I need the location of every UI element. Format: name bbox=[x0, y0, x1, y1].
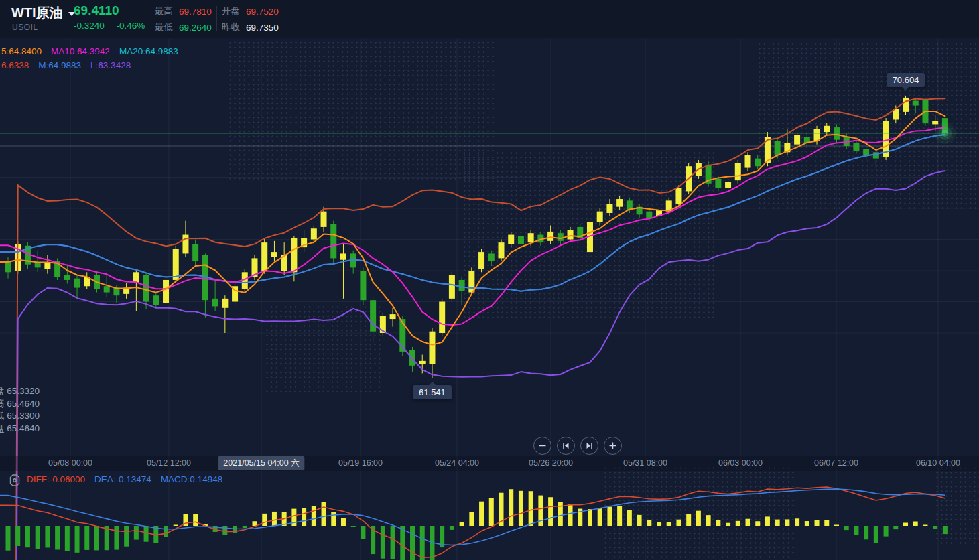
hover-ohlc-line: 低 65.3300 bbox=[0, 410, 40, 423]
skip-start-button[interactable] bbox=[557, 437, 575, 455]
symbol-code: USOIL bbox=[12, 23, 38, 32]
ma-indicator-value: MA10:64.3942 bbox=[51, 46, 110, 56]
macd-indicator-value: DIFF:-0.06000 bbox=[27, 474, 85, 484]
zoom-in-button[interactable] bbox=[604, 437, 622, 455]
hover-ohlc-line: 高 65.4640 bbox=[0, 398, 40, 411]
boll-indicator-value: M:64.9883 bbox=[38, 60, 81, 70]
macd-indicator-value: DEA:-0.13474 bbox=[94, 474, 151, 484]
stat-label: 开盘 bbox=[222, 5, 246, 17]
stat-value: 69.2640 bbox=[179, 23, 222, 33]
last-price: 69.4110 bbox=[74, 3, 119, 18]
minus-icon bbox=[537, 441, 547, 451]
macd-indicator-value: MACD:0.14948 bbox=[161, 474, 222, 484]
time-tick: 05/31 08:00 bbox=[623, 458, 667, 468]
gear-icon bbox=[7, 473, 22, 488]
boll-indicator-value: L:63.3428 bbox=[90, 60, 131, 70]
stat-label: 最低 bbox=[155, 21, 179, 33]
time-tick: 05/24 04:00 bbox=[435, 458, 479, 468]
ohlc-stats: 最高 69.7810 开盘 69.7520 最低 69.2640 昨收 69.7… bbox=[155, 5, 310, 33]
ma-values-row: 5:64.8400MA10:64.3942MA20:64.9883 bbox=[1, 46, 188, 56]
price-change-row: -0.3240 -0.46% bbox=[74, 21, 154, 31]
ma-indicator-value: 5:64.8400 bbox=[1, 46, 42, 56]
header-divider bbox=[149, 6, 149, 31]
header-bar: WTI原油 USOIL 69.4110 -0.3240 -0.46% 最高 69… bbox=[0, 0, 979, 38]
skip-start-icon bbox=[561, 441, 571, 451]
stat-value: 69.7520 bbox=[246, 7, 310, 17]
macd-values-row: DIFF:-0.06000DEA:-0.13474MACD:0.14948 bbox=[27, 474, 232, 484]
symbol-name: WTI原油 bbox=[11, 5, 63, 20]
plus-icon bbox=[608, 441, 618, 451]
ma-indicator-value: MA20:64.9883 bbox=[119, 46, 178, 56]
time-tick: 05/08 00:00 bbox=[48, 458, 92, 468]
time-axis: 05/08 00:0005/12 12:002021/05/15 04:00 六… bbox=[0, 456, 979, 471]
time-tick: 05/19 16:00 bbox=[338, 458, 383, 468]
trading-chart-app: WTI原油 USOIL 69.4110 -0.3240 -0.46% 最高 69… bbox=[0, 0, 979, 560]
macd-settings-button[interactable] bbox=[7, 473, 22, 490]
symbol-selector[interactable]: WTI原油 bbox=[11, 4, 75, 22]
skip-end-button[interactable] bbox=[580, 437, 598, 455]
time-tick: 05/26 20:00 bbox=[529, 458, 573, 468]
stat-value: 69.7810 bbox=[179, 7, 222, 17]
time-tick: 06/07 12:00 bbox=[814, 458, 858, 468]
hover-ohlc-line: 盘 65.3320 bbox=[0, 385, 40, 398]
time-tick: 05/12 12:00 bbox=[147, 458, 191, 468]
boll-values-row: 6.6338M:64.9883L:63.3428 bbox=[1, 60, 140, 70]
hover-ohlc-tooltip: 盘 65.3320高 65.4640低 65.3300盘 65.4640 bbox=[0, 385, 40, 435]
hover-ohlc-line: 盘 65.4640 bbox=[0, 423, 40, 435]
stat-value: 69.7350 bbox=[246, 23, 310, 33]
time-tick-selected: 2021/05/15 04:00 六 bbox=[218, 456, 304, 470]
stat-label: 最高 bbox=[155, 5, 179, 17]
time-tick: 06/10 04:00 bbox=[916, 458, 960, 468]
time-tick: 06/03 00:00 bbox=[718, 458, 763, 468]
low-price-callout: 61.541 bbox=[413, 385, 452, 399]
price-change-pct: -0.46% bbox=[117, 21, 145, 31]
stat-label: 昨收 bbox=[222, 21, 246, 33]
price-change: -0.3240 bbox=[74, 21, 105, 31]
high-price-callout: 70.604 bbox=[887, 73, 925, 87]
skip-end-icon bbox=[584, 441, 594, 451]
zoom-out-button[interactable] bbox=[533, 437, 551, 455]
candlesticks bbox=[5, 96, 948, 378]
macd-histogram bbox=[6, 489, 948, 560]
boll-indicator-value: 6.6338 bbox=[1, 60, 29, 70]
